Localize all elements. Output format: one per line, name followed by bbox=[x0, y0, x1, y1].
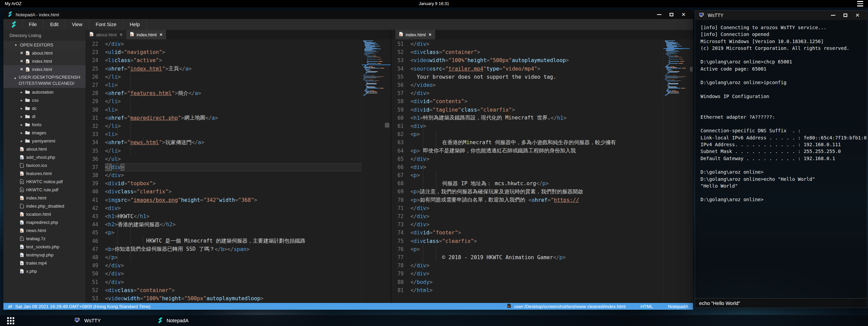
close-icon[interactable]: ✕ bbox=[19, 67, 24, 72]
file-item[interactable]: favicon.ico bbox=[3, 161, 86, 169]
code-line[interactable]: 27 <li> bbox=[86, 81, 361, 89]
code-line[interactable]: 65 </div> bbox=[391, 155, 663, 163]
open-editors-header[interactable]: ▾OPEN EDITORS bbox=[3, 41, 86, 49]
file-item[interactable]: trailer.mp4 bbox=[3, 259, 86, 267]
maximize-button[interactable] bbox=[841, 12, 849, 19]
code-line[interactable]: 51</div> bbox=[86, 278, 361, 286]
code-line[interactable]: 56</video> bbox=[391, 81, 663, 89]
code-line[interactable]: 64 <p> 即使你不是建築師，你也能透過紅石師或鐵路工程師的身份加入我 bbox=[391, 147, 663, 155]
code-line[interactable]: 31 <a href="mapredirect.php">網上地圖</a> bbox=[86, 114, 361, 122]
code-line[interactable]: 76 <p> bbox=[391, 245, 663, 253]
code-line[interactable]: 52<div class="container"> bbox=[86, 286, 361, 294]
root-folder-header[interactable]: ▾USER:/DESKTOP/SCREENSHOT/TEST/WWW CLEAN… bbox=[3, 73, 86, 88]
file-item[interactable]: news.html bbox=[3, 226, 86, 234]
folder-item-images[interactable]: ▸images bbox=[3, 129, 86, 137]
file-item[interactable]: features.html bbox=[3, 169, 86, 177]
right-code-area[interactable]: 51</div>52<div class="container">53<vide… bbox=[391, 39, 663, 303]
minimize-button[interactable] bbox=[655, 11, 663, 18]
code-line[interactable]: 30 <li> bbox=[86, 106, 361, 114]
tab-index.html[interactable]: index.html✕ bbox=[126, 30, 166, 39]
code-line[interactable]: 29 </li> bbox=[86, 97, 361, 106]
code-line[interactable]: 70 <p>如有問題或需要申請白名單，歡迎加入我們的 <a href="http… bbox=[391, 196, 663, 204]
tab-index.html[interactable]: index.html✕ bbox=[395, 30, 435, 39]
menu-font-size[interactable]: Font Size bbox=[89, 19, 123, 30]
code-line[interactable]: 59 <div id="tagline" class="clearfix"> bbox=[391, 106, 663, 114]
code-line[interactable]: 36 </ul> bbox=[86, 155, 361, 163]
code-line[interactable]: 37 </div> bbox=[86, 163, 361, 171]
code-line[interactable]: 58<div id="contents"> bbox=[391, 97, 663, 106]
code-line[interactable]: 45 <p> bbox=[86, 229, 361, 237]
file-item[interactable]: location.html bbox=[3, 210, 86, 218]
code-line[interactable]: 48 </p> bbox=[86, 253, 361, 262]
folder-item-dc[interactable]: ▸dc bbox=[3, 104, 86, 112]
code-line[interactable]: 54 <source src="trailer.mp4" type="video… bbox=[391, 65, 663, 73]
open-editor-item[interactable]: ✕index.html bbox=[3, 57, 86, 65]
code-line[interactable]: 28 <a href="features.html">簡介</a> bbox=[86, 89, 361, 97]
folder-item-fonts[interactable]: ▸fonts bbox=[3, 120, 86, 129]
open-editor-item[interactable]: ✕index.html bbox=[3, 65, 86, 73]
code-line[interactable]: 34 <a href="news.html">玩家傳送門</a> bbox=[86, 138, 361, 147]
code-line[interactable]: 67 <p> bbox=[391, 171, 663, 179]
code-line[interactable]: 50 </div> bbox=[86, 270, 361, 278]
file-item[interactable]: add_vhost.php bbox=[3, 153, 86, 161]
file-item[interactable]: AHKWTC rule.pdf bbox=[3, 186, 86, 194]
tab-about.html[interactable]: about.html✕ bbox=[86, 30, 126, 39]
status-file-path[interactable]: user:/Desktop/screenshot/test/www cleane… bbox=[514, 304, 625, 309]
code-line[interactable]: 49 </div> bbox=[86, 262, 361, 270]
code-line[interactable]: 26 </li> bbox=[86, 73, 361, 81]
code-line[interactable]: 46 HKWTC 是一個 Minecraft 的建築伺服器，主要建築計劃包括鐵路 bbox=[86, 237, 361, 245]
code-line[interactable]: 79 </div> bbox=[391, 270, 663, 278]
menu-file[interactable]: File bbox=[22, 19, 43, 30]
close-icon[interactable]: ✕ bbox=[19, 59, 24, 63]
close-icon[interactable]: ✕ bbox=[19, 51, 24, 55]
code-line[interactable]: 24 <li class="active"> bbox=[86, 56, 361, 64]
code-line[interactable]: 60 <h1>特別為建築及鐵路而設，現代化的 Minecraft 世界.</h1… bbox=[391, 114, 663, 122]
code-line[interactable]: 35 </li> bbox=[86, 147, 361, 155]
code-line[interactable]: 33 <li> bbox=[86, 130, 361, 138]
code-line[interactable]: 66 <div> bbox=[391, 163, 663, 171]
close-button[interactable]: ✕ bbox=[853, 12, 862, 19]
file-item[interactable]: teabag.7z bbox=[3, 234, 86, 243]
notepad-titlebar[interactable]: NotepadA - index.html ✕ bbox=[3, 10, 693, 19]
code-line[interactable]: 43 <h1>HKWTC</h1> bbox=[86, 212, 361, 220]
code-line[interactable]: 71 </div> bbox=[391, 204, 663, 212]
taskbar-item-wstty[interactable]: WsTTY bbox=[71, 315, 104, 326]
right-minimap[interactable] bbox=[663, 39, 690, 303]
code-line[interactable]: 53<video width="100%" height="500px" aut… bbox=[86, 294, 361, 303]
open-editor-item[interactable]: ✕about.html bbox=[3, 49, 86, 57]
hamburger-menu-icon[interactable] bbox=[857, 0, 863, 7]
code-line[interactable]: 32 </li> bbox=[86, 122, 361, 130]
code-line[interactable]: 55 Your browser does not support the vid… bbox=[391, 73, 663, 81]
code-line[interactable]: 72 </div> bbox=[391, 212, 663, 220]
code-line[interactable]: 52<div class="container"> bbox=[391, 48, 663, 56]
code-line[interactable]: 81</html> bbox=[391, 286, 663, 294]
code-line[interactable]: 53<video width="100%" height="500px" aut… bbox=[391, 56, 663, 64]
code-line[interactable]: 80</body> bbox=[391, 278, 663, 286]
code-line[interactable]: 75 <div class="clearfix"> bbox=[391, 237, 663, 245]
terminal-input[interactable]: echo "Hello World" bbox=[695, 298, 867, 308]
minimize-button[interactable] bbox=[829, 12, 837, 19]
folder-item-autostation[interactable]: ▸autostation bbox=[3, 88, 86, 96]
code-line[interactable]: 74 <div id="footer"> bbox=[391, 229, 663, 237]
close-icon[interactable]: ✕ bbox=[428, 33, 431, 37]
folder-item-css[interactable]: ▸css bbox=[3, 96, 86, 104]
menu-edit[interactable]: Edit bbox=[43, 19, 65, 30]
code-line[interactable]: 47 <b>你知道我們全線伺服器已轉用 SSD 了嗎？</b></span> bbox=[86, 245, 361, 253]
maximize-button[interactable] bbox=[667, 11, 675, 18]
left-code-area[interactable]: 22 </div>23 <ul id="navigation">24 <li c… bbox=[86, 39, 361, 303]
code-line[interactable]: 62 <p> bbox=[391, 130, 663, 138]
close-button[interactable]: ✕ bbox=[679, 11, 688, 18]
file-item[interactable]: AHKWTC notice.pdf bbox=[3, 177, 86, 186]
status-language[interactable]: HTML bbox=[640, 304, 653, 309]
folder-item-yamiyamimi[interactable]: ▸yamiyamimi bbox=[3, 137, 86, 145]
wstty-titlebar[interactable]: WsTTY ✕ bbox=[695, 11, 867, 20]
menu-help[interactable]: Help bbox=[123, 19, 147, 30]
app-grid-icon[interactable] bbox=[0, 315, 21, 326]
code-line[interactable]: 78 </div> bbox=[391, 262, 663, 270]
terminal-output[interactable]: [info] Conencting to arozos WsTTY servic… bbox=[695, 20, 867, 298]
code-line[interactable]: 40 <div class="clearfix"> bbox=[86, 188, 361, 196]
file-item[interactable]: about.html bbox=[3, 145, 86, 153]
code-line[interactable]: 69 <p>請注意，我們的伺服器為確保玩家及遊玩時的質素，我們對的服器開啟 bbox=[391, 188, 663, 196]
code-line[interactable]: 39<div id="topbox"> bbox=[86, 179, 361, 188]
file-item[interactable]: testmysql.php bbox=[3, 251, 86, 259]
